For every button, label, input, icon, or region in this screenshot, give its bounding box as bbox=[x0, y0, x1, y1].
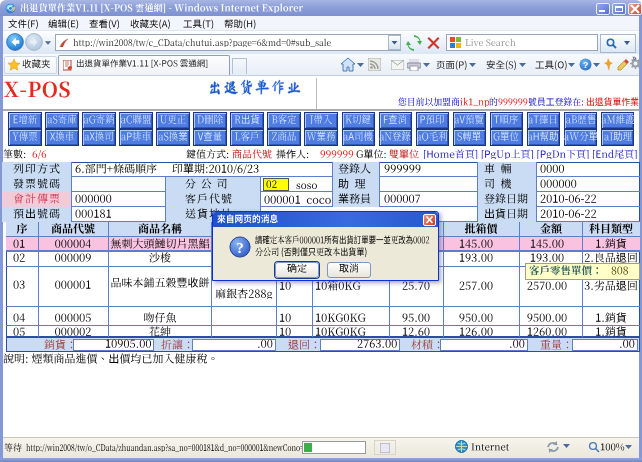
svg-text:?: ? bbox=[236, 240, 243, 256]
svg-text:?: ? bbox=[583, 60, 589, 70]
